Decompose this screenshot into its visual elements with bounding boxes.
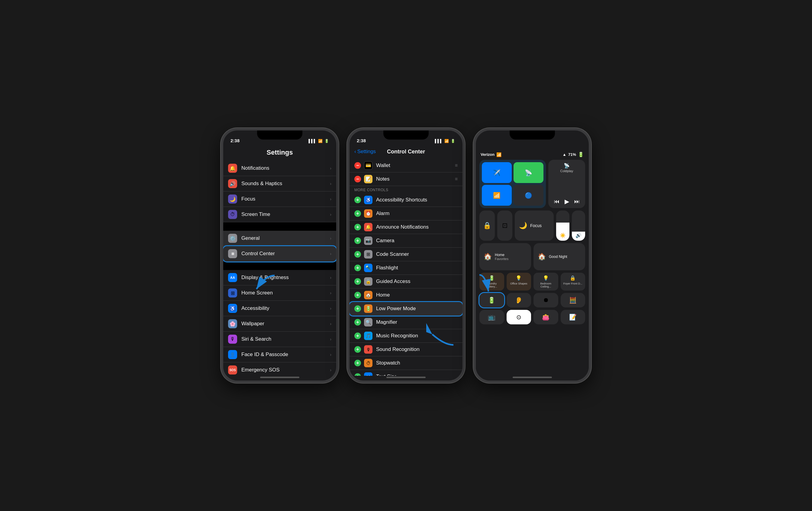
cc-item-guided-access[interactable]: + 🔒 Guided Access bbox=[349, 275, 463, 289]
record-tile[interactable]: ⏺ bbox=[533, 293, 558, 307]
plus-icon-12[interactable]: + bbox=[354, 346, 361, 353]
sos-icon: SOS bbox=[228, 365, 237, 374]
cc-back-button[interactable]: ‹ Settings bbox=[354, 149, 376, 155]
plus-icon-3[interactable]: + bbox=[354, 224, 361, 231]
laundry-battery-tile[interactable]: 🔋 Laundry Battery... bbox=[480, 273, 504, 291]
magnifier-label: Magnifier bbox=[376, 319, 458, 325]
cc-item-home[interactable]: + 🏠 Home bbox=[349, 289, 463, 302]
notes-cc-tile[interactable]: 📝 bbox=[561, 310, 585, 324]
cc-item-announce[interactable]: + 🔔 Announce Notifications bbox=[349, 220, 463, 234]
cc-item-lowpower[interactable]: + 🔋 Low Power Mode bbox=[349, 302, 463, 315]
plus-icon-6[interactable]: + bbox=[354, 265, 361, 271]
plus-icon-1[interactable]: + bbox=[354, 197, 361, 203]
play-btn[interactable]: ▶ bbox=[564, 198, 569, 205]
settings-item-screentime[interactable]: ⏱ Screen Time › bbox=[223, 207, 336, 222]
good-night-tile[interactable]: 🏠 Good Night bbox=[533, 243, 585, 270]
volume-slider[interactable]: 🔊 bbox=[572, 210, 585, 241]
office-shapes-tile[interactable]: 💡 Office Shapes bbox=[506, 273, 531, 291]
settings-item-accessibility[interactable]: ♿ Accessibility › bbox=[223, 301, 336, 316]
siri-icon: 🎙 bbox=[228, 335, 237, 344]
cc-list[interactable]: − 💳 Wallet ≡ − 📝 Notes ≡ MORE CONTROLS +… bbox=[349, 159, 463, 376]
low-power-mode-tile[interactable]: 🔋 bbox=[480, 293, 504, 307]
codescanner-icon: ⊞ bbox=[364, 250, 373, 259]
remote-tile[interactable]: 📺 bbox=[480, 310, 504, 324]
focus-label-cc: Focus bbox=[530, 223, 542, 228]
plus-icon-4[interactable]: + bbox=[354, 237, 361, 244]
settings-item-focus[interactable]: 🌙 Focus › bbox=[223, 191, 336, 207]
minus-icon-2[interactable]: − bbox=[354, 176, 361, 182]
cc-item-alarm[interactable]: + ⏰ Alarm bbox=[349, 207, 463, 220]
cc-item-codescanner[interactable]: + ⊞ Code Scanner bbox=[349, 248, 463, 261]
drag-handle[interactable]: ≡ bbox=[455, 163, 458, 168]
plus-icon-14[interactable]: + bbox=[354, 373, 361, 376]
alarm-label: Alarm bbox=[376, 210, 458, 216]
settings-item-general[interactable]: ⚙️ General › bbox=[223, 231, 336, 246]
cc-item-text-size[interactable]: + AA Text Size bbox=[349, 370, 463, 376]
airplay-media-tile[interactable]: 📡 Coldplay ⏮ ▶ ⏭ bbox=[548, 160, 585, 208]
battery-icon-2: 🔋 bbox=[451, 139, 455, 143]
settings-item-sounds[interactable]: 🔊 Sounds & Haptics › bbox=[223, 176, 336, 191]
cc-item-sound-recognition[interactable]: + 🎙 Sound Recognition bbox=[349, 343, 463, 356]
drag-handle-2[interactable]: ≡ bbox=[455, 176, 458, 182]
announce-icon: 🔔 bbox=[364, 223, 373, 231]
settings-item-faceid[interactable]: 👤 Face ID & Passcode › bbox=[223, 347, 336, 362]
cc-item-magnifier[interactable]: + 🔍 Magnifier bbox=[349, 315, 463, 329]
low-power-mode-icon: 🔋 bbox=[488, 297, 495, 304]
cc-item-notes[interactable]: − 📝 Notes ≡ bbox=[349, 173, 463, 186]
cc-item-accessibility-shortcuts[interactable]: + ♿ Accessibility Shortcuts bbox=[349, 193, 463, 207]
cc-item-wallet[interactable]: − 💳 Wallet ≡ bbox=[349, 159, 463, 173]
settings-item-display[interactable]: AA Display & Brightness › bbox=[223, 270, 336, 285]
plus-icon-5[interactable]: + bbox=[354, 251, 361, 258]
settings-item-sos[interactable]: SOS Emergency SOS › bbox=[223, 362, 336, 378]
sounds-icon: 🔊 bbox=[228, 179, 237, 188]
bedroom-ceiling-tile[interactable]: 💡 Bedroom Ceiling... bbox=[533, 273, 558, 291]
bluetooth-btn[interactable]: 🔵 bbox=[514, 185, 544, 206]
plus-icon-13[interactable]: + bbox=[354, 360, 361, 366]
record-icon: ⏺ bbox=[543, 297, 549, 303]
settings-item-notifications[interactable]: 🔔 Notifications › bbox=[223, 161, 336, 176]
hearing-tile[interactable]: 👂 bbox=[506, 293, 531, 307]
accessibility-cc-tile[interactable]: ⊙ bbox=[506, 310, 531, 324]
minus-icon[interactable]: − bbox=[354, 162, 361, 169]
cc-item-music-recognition[interactable]: + 🎵 Music Recognition bbox=[349, 329, 463, 343]
calculator-tile[interactable]: 🧮 bbox=[561, 293, 585, 307]
brightness-slider[interactable]: ☀️ bbox=[556, 210, 570, 241]
homescreen-label: Home Screen bbox=[241, 290, 330, 296]
plus-icon-10[interactable]: + bbox=[354, 319, 361, 326]
cc-item-stopwatch[interactable]: + ⏱ Stopwatch bbox=[349, 356, 463, 370]
plus-icon-8[interactable]: + bbox=[354, 292, 361, 298]
prev-btn[interactable]: ⏮ bbox=[554, 199, 559, 205]
wallet-cc-tile[interactable]: 👛 bbox=[533, 310, 558, 324]
settings-item-wallpaper[interactable]: 🌸 Wallpaper › bbox=[223, 316, 336, 332]
airplane-btn[interactable]: ✈️ bbox=[482, 162, 512, 183]
controlcenter-label: Control Center bbox=[241, 251, 330, 257]
cc-item-flashlight[interactable]: + 🔦 Flashlight bbox=[349, 261, 463, 275]
flashlight-icon: 🔦 bbox=[364, 264, 373, 272]
cc-settings-content: ‹ Settings Control Center − 💳 Wallet ≡ −… bbox=[349, 146, 463, 381]
foyer-label: Foyer Front D... bbox=[563, 282, 582, 285]
home-favorites-tile[interactable]: 🏠 Home Favorites bbox=[480, 243, 531, 270]
laundry-icon: 🔋 bbox=[489, 275, 495, 281]
settings-item-homescreen[interactable]: ⊞ Home Screen › bbox=[223, 285, 336, 301]
plus-icon-11[interactable]: + bbox=[354, 332, 361, 339]
plus-icon-9[interactable]: + bbox=[354, 305, 361, 312]
rotation-lock-tile[interactable]: 🔒 bbox=[480, 210, 495, 241]
next-btn[interactable]: ⏭ bbox=[574, 199, 580, 205]
focus-tile[interactable]: 🌙 Focus bbox=[515, 210, 554, 241]
settings-item-siri[interactable]: 🎙 Siri & Search › bbox=[223, 332, 336, 347]
settings-list[interactable]: 🔔 Notifications › 🔊 Sounds & Haptics › 🌙… bbox=[223, 161, 336, 378]
plus-icon-2[interactable]: + bbox=[354, 210, 361, 217]
chevron-icon: › bbox=[330, 275, 331, 280]
plus-icon-7[interactable]: + bbox=[354, 278, 361, 285]
foyer-tile[interactable]: 🔒 Foyer Front D... bbox=[561, 273, 585, 291]
screen-mirror-tile[interactable]: ⊡ bbox=[497, 210, 513, 241]
cc-item-camera[interactable]: + 📷 Camera bbox=[349, 234, 463, 248]
settings-item-controlcenter[interactable]: ⊞ Control Center › bbox=[223, 246, 336, 262]
good-night-icon: 🏠 bbox=[538, 253, 546, 261]
sounds-label: Sounds & Haptics bbox=[241, 181, 330, 187]
wifi-btn[interactable]: 📶 bbox=[482, 185, 512, 206]
faceid-label: Face ID & Passcode bbox=[241, 352, 330, 358]
screentime-label: Screen Time bbox=[241, 211, 330, 217]
connectivity-tile[interactable]: ✈️ 📡 📶 🔵 bbox=[480, 160, 546, 208]
cellular-btn[interactable]: 📡 bbox=[514, 162, 544, 183]
